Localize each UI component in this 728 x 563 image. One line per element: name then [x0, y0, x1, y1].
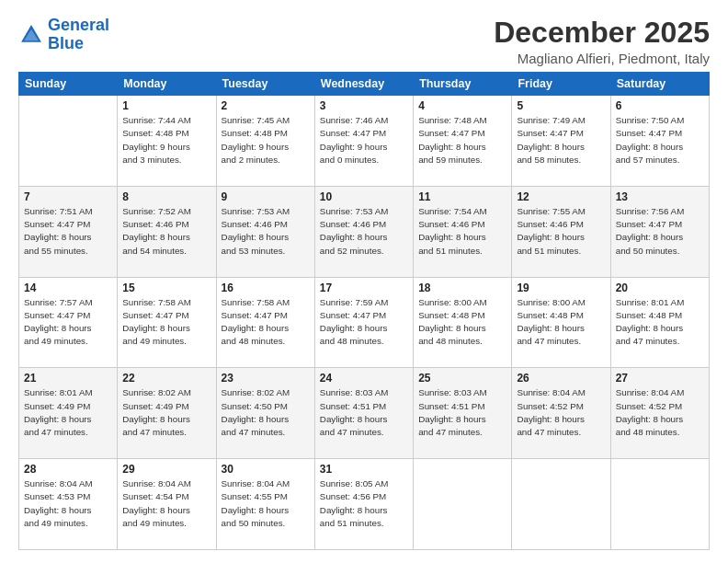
cell-sun-info: Sunrise: 8:05 AMSunset: 4:56 PMDaylight:… — [320, 477, 408, 530]
calendar-cell: 17Sunrise: 7:59 AMSunset: 4:47 PMDayligh… — [314, 277, 413, 368]
month-title: December 2025 — [494, 17, 710, 49]
day-of-week-friday: Friday — [512, 73, 610, 96]
calendar-week-row: 7Sunrise: 7:51 AMSunset: 4:47 PMDaylight… — [19, 186, 710, 277]
cell-sun-info: Sunrise: 7:50 AMSunset: 4:47 PMDaylight:… — [616, 114, 704, 167]
calendar-cell — [414, 459, 512, 550]
cell-sun-info: Sunrise: 7:45 AMSunset: 4:48 PMDaylight:… — [222, 114, 310, 167]
cell-sun-info: Sunrise: 7:53 AMSunset: 4:46 PMDaylight:… — [222, 205, 310, 258]
calendar-cell — [610, 459, 709, 550]
day-number: 16 — [222, 282, 310, 294]
day-number: 9 — [222, 190, 310, 203]
day-number: 28 — [24, 463, 112, 476]
calendar-cell: 30Sunrise: 8:04 AMSunset: 4:55 PMDayligh… — [216, 459, 314, 550]
cell-sun-info: Sunrise: 7:46 AMSunset: 4:47 PMDaylight:… — [320, 114, 408, 167]
day-of-week-monday: Monday — [118, 73, 216, 96]
cell-sun-info: Sunrise: 7:59 AMSunset: 4:47 PMDaylight:… — [320, 296, 408, 349]
day-number: 13 — [616, 190, 704, 203]
calendar-cell: 22Sunrise: 8:02 AMSunset: 4:49 PMDayligh… — [118, 368, 216, 459]
day-number: 1 — [122, 99, 210, 112]
calendar-week-row: 14Sunrise: 7:57 AMSunset: 4:47 PMDayligh… — [19, 277, 710, 368]
day-number: 11 — [418, 190, 506, 203]
day-number: 24 — [320, 372, 408, 385]
cell-sun-info: Sunrise: 7:44 AMSunset: 4:48 PMDaylight:… — [122, 114, 210, 167]
calendar-cell: 31Sunrise: 8:05 AMSunset: 4:56 PMDayligh… — [314, 459, 413, 550]
calendar-header-row: SundayMondayTuesdayWednesdayThursdayFrid… — [19, 73, 710, 96]
day-number: 17 — [320, 282, 408, 294]
calendar-cell — [512, 459, 610, 550]
day-number: 19 — [517, 282, 605, 294]
cell-sun-info: Sunrise: 7:56 AMSunset: 4:47 PMDaylight:… — [616, 205, 704, 258]
header: General Blue December 2025 Magliano Alfi… — [18, 17, 710, 66]
cell-sun-info: Sunrise: 8:02 AMSunset: 4:50 PMDaylight:… — [222, 386, 310, 439]
day-number: 20 — [616, 282, 704, 294]
calendar-cell: 12Sunrise: 7:55 AMSunset: 4:46 PMDayligh… — [512, 186, 610, 277]
day-number: 22 — [122, 372, 210, 385]
day-of-week-tuesday: Tuesday — [216, 73, 314, 96]
calendar-week-row: 1Sunrise: 7:44 AMSunset: 4:48 PMDaylight… — [19, 96, 710, 187]
page: General Blue December 2025 Magliano Alfi… — [0, 0, 728, 563]
day-number: 6 — [616, 99, 704, 112]
cell-sun-info: Sunrise: 8:00 AMSunset: 4:48 PMDaylight:… — [517, 296, 605, 349]
cell-sun-info: Sunrise: 7:49 AMSunset: 4:47 PMDaylight:… — [517, 114, 605, 167]
calendar-cell: 14Sunrise: 7:57 AMSunset: 4:47 PMDayligh… — [19, 277, 118, 368]
day-number: 12 — [517, 190, 605, 203]
cell-sun-info: Sunrise: 7:51 AMSunset: 4:47 PMDaylight:… — [24, 205, 112, 258]
calendar-cell: 9Sunrise: 7:53 AMSunset: 4:46 PMDaylight… — [216, 186, 314, 277]
day-number: 10 — [320, 190, 408, 203]
calendar-cell: 7Sunrise: 7:51 AMSunset: 4:47 PMDaylight… — [19, 186, 118, 277]
cell-sun-info: Sunrise: 7:54 AMSunset: 4:46 PMDaylight:… — [418, 205, 506, 258]
cell-sun-info: Sunrise: 7:55 AMSunset: 4:46 PMDaylight:… — [517, 205, 605, 258]
day-of-week-wednesday: Wednesday — [314, 73, 413, 96]
calendar-cell: 26Sunrise: 8:04 AMSunset: 4:52 PMDayligh… — [512, 368, 610, 459]
day-of-week-sunday: Sunday — [19, 73, 118, 96]
calendar-cell: 25Sunrise: 8:03 AMSunset: 4:51 PMDayligh… — [414, 368, 512, 459]
cell-sun-info: Sunrise: 7:57 AMSunset: 4:47 PMDaylight:… — [24, 296, 112, 349]
calendar-cell: 4Sunrise: 7:48 AMSunset: 4:47 PMDaylight… — [414, 96, 512, 187]
cell-sun-info: Sunrise: 8:00 AMSunset: 4:48 PMDaylight:… — [418, 296, 506, 349]
day-number: 14 — [24, 282, 112, 294]
calendar-cell: 2Sunrise: 7:45 AMSunset: 4:48 PMDaylight… — [216, 96, 314, 187]
logo-general: General — [48, 16, 109, 34]
cell-sun-info: Sunrise: 7:48 AMSunset: 4:47 PMDaylight:… — [418, 114, 506, 167]
calendar-cell: 3Sunrise: 7:46 AMSunset: 4:47 PMDaylight… — [314, 96, 413, 187]
title-block: December 2025 Magliano Alfieri, Piedmont… — [494, 17, 710, 66]
calendar-cell: 5Sunrise: 7:49 AMSunset: 4:47 PMDaylight… — [512, 96, 610, 187]
calendar-cell: 8Sunrise: 7:52 AMSunset: 4:46 PMDaylight… — [118, 186, 216, 277]
cell-sun-info: Sunrise: 8:04 AMSunset: 4:55 PMDaylight:… — [222, 477, 310, 530]
day-number: 23 — [222, 372, 310, 385]
calendar-cell: 29Sunrise: 8:04 AMSunset: 4:54 PMDayligh… — [118, 459, 216, 550]
calendar: SundayMondayTuesdayWednesdayThursdayFrid… — [18, 72, 710, 550]
cell-sun-info: Sunrise: 8:03 AMSunset: 4:51 PMDaylight:… — [320, 386, 408, 439]
cell-sun-info: Sunrise: 8:04 AMSunset: 4:53 PMDaylight:… — [24, 477, 112, 530]
calendar-cell: 21Sunrise: 8:01 AMSunset: 4:49 PMDayligh… — [19, 368, 118, 459]
calendar-cell: 27Sunrise: 8:04 AMSunset: 4:52 PMDayligh… — [610, 368, 709, 459]
day-number: 2 — [222, 99, 310, 112]
cell-sun-info: Sunrise: 8:01 AMSunset: 4:48 PMDaylight:… — [616, 296, 704, 349]
calendar-cell — [19, 96, 118, 187]
cell-sun-info: Sunrise: 8:01 AMSunset: 4:49 PMDaylight:… — [24, 386, 112, 439]
day-number: 7 — [24, 190, 112, 203]
calendar-week-row: 21Sunrise: 8:01 AMSunset: 4:49 PMDayligh… — [19, 368, 710, 459]
calendar-cell: 6Sunrise: 7:50 AMSunset: 4:47 PMDaylight… — [610, 96, 709, 187]
day-number: 31 — [320, 463, 408, 476]
day-number: 29 — [122, 463, 210, 476]
day-of-week-saturday: Saturday — [610, 73, 709, 96]
day-number: 4 — [418, 99, 506, 112]
day-number: 3 — [320, 99, 408, 112]
cell-sun-info: Sunrise: 7:53 AMSunset: 4:46 PMDaylight:… — [320, 205, 408, 258]
calendar-cell: 13Sunrise: 7:56 AMSunset: 4:47 PMDayligh… — [610, 186, 709, 277]
calendar-cell: 1Sunrise: 7:44 AMSunset: 4:48 PMDaylight… — [118, 96, 216, 187]
calendar-cell: 16Sunrise: 7:58 AMSunset: 4:47 PMDayligh… — [216, 277, 314, 368]
cell-sun-info: Sunrise: 8:03 AMSunset: 4:51 PMDaylight:… — [418, 386, 506, 439]
cell-sun-info: Sunrise: 7:58 AMSunset: 4:47 PMDaylight:… — [122, 296, 210, 349]
day-number: 18 — [418, 282, 506, 294]
location: Magliano Alfieri, Piedmont, Italy — [494, 51, 710, 66]
cell-sun-info: Sunrise: 8:04 AMSunset: 4:52 PMDaylight:… — [517, 386, 605, 439]
calendar-cell: 28Sunrise: 8:04 AMSunset: 4:53 PMDayligh… — [19, 459, 118, 550]
calendar-cell: 10Sunrise: 7:53 AMSunset: 4:46 PMDayligh… — [314, 186, 413, 277]
calendar-cell: 23Sunrise: 8:02 AMSunset: 4:50 PMDayligh… — [216, 368, 314, 459]
cell-sun-info: Sunrise: 8:04 AMSunset: 4:52 PMDaylight:… — [616, 386, 704, 439]
calendar-cell: 18Sunrise: 8:00 AMSunset: 4:48 PMDayligh… — [414, 277, 512, 368]
day-number: 8 — [122, 190, 210, 203]
day-number: 26 — [517, 372, 605, 385]
